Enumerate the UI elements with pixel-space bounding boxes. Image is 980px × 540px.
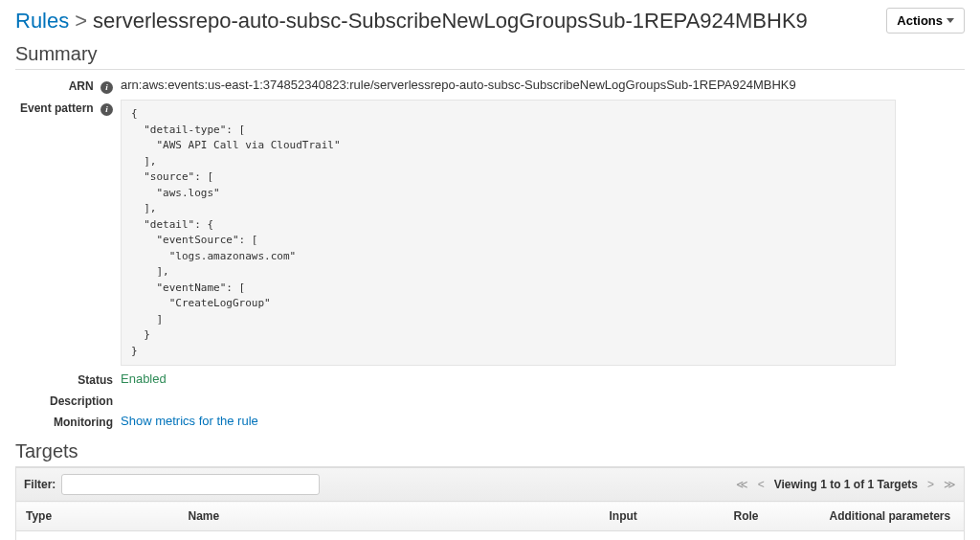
actions-button-label: Actions	[897, 13, 943, 28]
col-header-name[interactable]: Name	[179, 502, 600, 531]
filter-label: Filter:	[24, 478, 56, 491]
cell-input: Matched event	[600, 531, 724, 541]
arn-value: arn:aws:events:us-east-1:374852340823:ru…	[121, 78, 965, 92]
event-pattern-code: { "detail-type": [ "AWS API Call via Clo…	[121, 100, 896, 366]
info-icon[interactable]: i	[100, 81, 113, 94]
summary-title: Summary	[15, 39, 965, 70]
targets-table: Type Name Input Role Additional paramete…	[15, 501, 965, 540]
monitoring-link[interactable]: Show metrics for the rule	[121, 414, 258, 428]
col-header-role[interactable]: Role	[724, 502, 820, 531]
breadcrumb-current: serverlessrepo-auto-subsc-SubscribeNewLo…	[93, 9, 808, 34]
targets-title: Targets	[15, 437, 965, 467]
filter-input[interactable]	[61, 474, 320, 495]
page-prev-icon[interactable]: <	[758, 478, 765, 491]
info-icon[interactable]: i	[100, 103, 113, 116]
page-first-icon[interactable]: ≪	[736, 478, 748, 491]
targets-filter-bar: Filter: ≪ < Viewing 1 to 1 of 1 Targets …	[15, 467, 965, 501]
col-header-input[interactable]: Input	[600, 502, 724, 531]
cell-role	[724, 531, 820, 541]
status-value: Enabled	[121, 371, 965, 386]
status-label: Status	[15, 371, 121, 387]
col-header-additional[interactable]: Additional parameters	[820, 502, 965, 531]
pagination: ≪ < Viewing 1 to 1 of 1 Targets > ≫	[736, 478, 956, 491]
cell-additional	[820, 531, 965, 541]
cell-type: Lambda function	[16, 531, 179, 541]
description-label: Description	[15, 393, 121, 408]
table-row[interactable]: Lambda function serverlessrepo-auto-subs…	[16, 531, 965, 541]
breadcrumb-separator: >	[75, 9, 87, 34]
breadcrumb-root-link[interactable]: Rules	[15, 9, 69, 34]
actions-button[interactable]: Actions	[886, 8, 965, 34]
monitoring-label: Monitoring	[15, 414, 121, 429]
page-last-icon[interactable]: ≫	[944, 478, 956, 491]
col-header-type[interactable]: Type	[16, 502, 179, 531]
event-pattern-label: Event pattern i	[15, 100, 121, 116]
summary-section: ARN i arn:aws:events:us-east-1:374852340…	[15, 78, 965, 429]
arn-label: ARN i	[15, 78, 121, 94]
pagination-text: Viewing 1 to 1 of 1 Targets	[774, 478, 918, 491]
breadcrumb: Rules > serverlessrepo-auto-subsc-Subscr…	[15, 9, 808, 34]
page-next-icon[interactable]: >	[927, 478, 934, 491]
caret-down-icon	[947, 18, 954, 23]
